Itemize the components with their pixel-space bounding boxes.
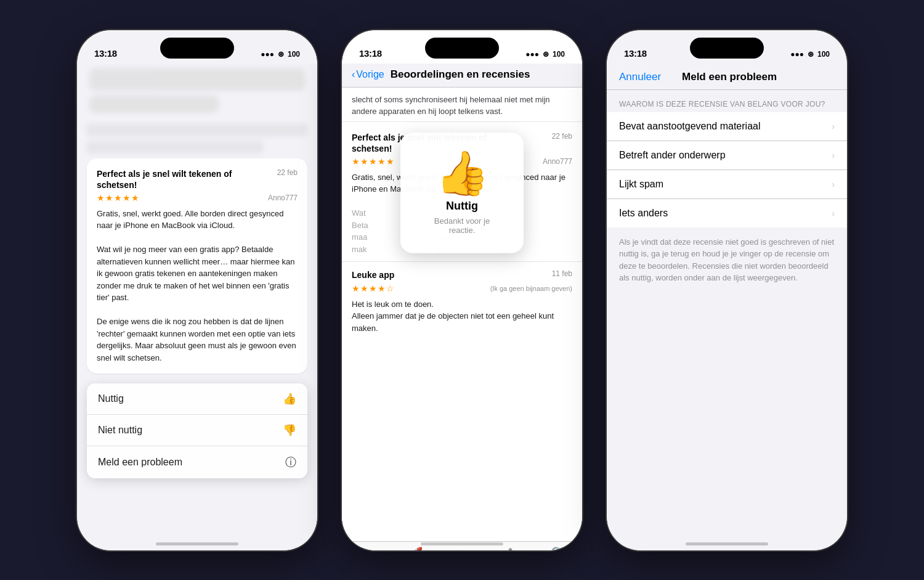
- wifi-icon-1: ⊛: [278, 50, 284, 59]
- modal-list-item-1[interactable]: Bevat aanstootgevend materiaal ›: [607, 112, 847, 141]
- nuttig-overlay-subtitle: Bedankt voor je reactie.: [425, 216, 499, 234]
- modal-list-item-4[interactable]: Iets anders ›: [607, 199, 847, 227]
- modal-list-item-3[interactable]: Lijkt spam ›: [607, 170, 847, 199]
- nav-back-button[interactable]: ‹ Vorige: [352, 69, 384, 80]
- context-menu: Nuttig 👍 Niet nuttig 👎 Meld een probleem…: [87, 383, 307, 478]
- background-content: [77, 124, 317, 153]
- review-date-3: 11 feb: [552, 269, 572, 278]
- battery-icon-2: 100: [553, 50, 565, 59]
- phone2-scroll[interactable]: slecht of soms synchroniseert hij helema…: [342, 88, 582, 541]
- signal-icon-1: ●●●: [261, 50, 274, 59]
- home-indicator-2: [421, 542, 503, 545]
- status-icons-3: ●●● ⊛ 100: [790, 50, 830, 59]
- tab-vandaag[interactable]: ▣ Vandaag: [342, 547, 390, 550]
- nav-back-label: Vorige: [356, 69, 384, 80]
- battery-icon-1: 100: [288, 50, 300, 59]
- review-card-1: Perfect als je snel wilt tekenen of sche…: [87, 158, 307, 374]
- chevron-icon-4: ›: [832, 208, 835, 218]
- nav-bar-2: ‹ Vorige Beoordelingen en recensies: [342, 63, 582, 88]
- phone-1: 13:18 ●●● ⊛ 100: [77, 30, 317, 550]
- dynamic-island-2: [425, 38, 499, 59]
- phone1-content: Perfect als je snel wilt tekenen of sche…: [77, 63, 317, 550]
- review-title-3: Leuke app: [352, 269, 394, 280]
- games-icon: 🚀: [406, 547, 423, 550]
- battery-icon-3: 100: [817, 50, 830, 59]
- status-icons-1: ●●● ⊛ 100: [261, 50, 300, 59]
- modal-item-label-3: Lijkt spam: [619, 179, 663, 190]
- phone3-content: Annuleer Meld een probleem WAAROM IS DEZ…: [607, 63, 847, 550]
- modal-footer-text: Als je vindt dat deze recensie niet goed…: [607, 227, 847, 293]
- top-text-snippet: slecht of soms synchroniseert hij helema…: [342, 88, 582, 122]
- nuttig-overlay-title: Nuttig: [425, 199, 499, 212]
- tab-zoek[interactable]: 🔍 Zoek: [534, 547, 582, 550]
- phone-1-screen: 13:18 ●●● ⊛ 100: [77, 30, 317, 550]
- status-time-2: 13:18: [359, 48, 382, 59]
- context-item-nuttig[interactable]: Nuttig 👍: [87, 383, 307, 415]
- modal-item-label-4: Iets anders: [619, 208, 668, 219]
- phone1-header: [77, 63, 317, 124]
- dynamic-island-3: [690, 38, 764, 59]
- review-para3: De enige wens die ik nog zou hebben is d…: [97, 316, 298, 364]
- phone-2-screen: 13:18 ●●● ⊛ 100 ‹ Vorige Beoordelingen e…: [342, 30, 582, 550]
- thumbs-up-large-icon: 👍: [425, 151, 499, 194]
- context-nuttig-icon: 👍: [283, 392, 296, 406]
- modal-list-item-2[interactable]: Betreft ander onderwerp ›: [607, 141, 847, 170]
- review-header-3: Leuke app 11 feb: [352, 269, 572, 280]
- modal-title: Meld een probleem: [682, 71, 777, 83]
- review-author-1: Anno777: [268, 194, 298, 202]
- phones-container: 13:18 ●●● ⊛ 100: [77, 30, 847, 550]
- review-title-1: Perfect als je snel wilt tekenen of sche…: [97, 168, 232, 190]
- status-icons-2: ●●● ⊛ 100: [525, 50, 565, 59]
- context-meld-label: Meld een probleem: [98, 457, 182, 468]
- review-stars-2: ★★★★★: [352, 157, 395, 166]
- review-section-1: Perfect als je snel wilt tekenen of sche…: [342, 125, 582, 263]
- review-stars-3: ★★★★☆: [352, 284, 395, 293]
- chevron-icon-1: ›: [832, 121, 835, 131]
- signal-icon-2: ●●●: [525, 50, 539, 59]
- modal-cancel-button[interactable]: Annuleer: [619, 71, 661, 83]
- home-indicator-3: [686, 542, 768, 545]
- context-niet-nuttig-icon: 👎: [283, 423, 296, 437]
- review-body-1: Gratis, snel, werkt goed. Alle borden di…: [97, 208, 298, 364]
- apps-icon: ◉: [456, 547, 468, 550]
- review-para2: Wat wil je nog meer van een gratis app? …: [97, 243, 298, 304]
- review2-body: Het is leuk om te doen. Alleen jammer da…: [352, 298, 572, 335]
- phone-3: 13:18 ●●● ⊛ 100 Annuleer Meld een proble…: [607, 30, 847, 550]
- tab-arcade[interactable]: 🕹 Arcade: [486, 547, 534, 550]
- context-item-niet-nuttig[interactable]: Niet nuttig 👎: [87, 415, 307, 446]
- review-body-3: Het is leuk om te doen. Alleen jammer da…: [352, 298, 572, 335]
- modal-header: Annuleer Meld een probleem: [607, 63, 847, 90]
- chevron-left-icon: ‹: [352, 69, 355, 80]
- home-indicator-1: [156, 542, 238, 545]
- modal-item-label-1: Bevat aanstootgevend materiaal: [619, 121, 760, 132]
- review-meta-1: ★★★★★ Anno777: [97, 193, 298, 203]
- context-item-meld[interactable]: Meld een probleem ⓘ: [87, 446, 307, 478]
- blurred-bar-1: [89, 68, 305, 91]
- phone-3-screen: 13:18 ●●● ⊛ 100 Annuleer Meld een proble…: [607, 30, 847, 550]
- status-time-3: 13:18: [624, 48, 647, 59]
- tab-games[interactable]: 🚀 Games: [390, 547, 438, 550]
- review-author-2: Anno777: [543, 157, 572, 166]
- context-niet-nuttig-label: Niet nuttig: [98, 425, 142, 436]
- phone2-content: ‹ Vorige Beoordelingen en recensies slec…: [342, 63, 582, 550]
- modal-section-header: WAAROM IS DEZE RECENSIE VAN BELANG VOOR …: [607, 90, 847, 112]
- chevron-icon-2: ›: [832, 150, 835, 160]
- vandaag-icon: ▣: [360, 547, 373, 550]
- dynamic-island-1: [160, 38, 234, 59]
- modal-list: Bevat aanstootgevend materiaal › Betreft…: [607, 112, 847, 227]
- wifi-icon-2: ⊛: [543, 50, 549, 59]
- review-meta-3: ★★★★☆ (Ik ga geen bijnaam geven): [352, 284, 572, 293]
- wifi-icon-3: ⊛: [808, 50, 814, 59]
- chevron-icon-3: ›: [832, 179, 835, 189]
- review-author-3: (Ik ga geen bijnaam geven): [490, 285, 572, 292]
- nav-title-2: Beoordelingen en recensies: [391, 68, 530, 81]
- blurred-bar-2: [89, 96, 219, 113]
- modal-item-label-2: Betreft ander onderwerp: [619, 150, 726, 161]
- review-stars-1: ★★★★★: [97, 193, 140, 203]
- review-date-1: 22 feb: [277, 168, 298, 177]
- review-date-2: 22 feb: [552, 132, 572, 141]
- tab-apps[interactable]: ◉ Apps: [438, 547, 486, 550]
- review-section-2: Leuke app 11 feb ★★★★☆ (Ik ga geen bijna…: [342, 262, 582, 340]
- context-meld-icon: ⓘ: [285, 455, 296, 470]
- phone-2: 13:18 ●●● ⊛ 100 ‹ Vorige Beoordelingen e…: [342, 30, 582, 550]
